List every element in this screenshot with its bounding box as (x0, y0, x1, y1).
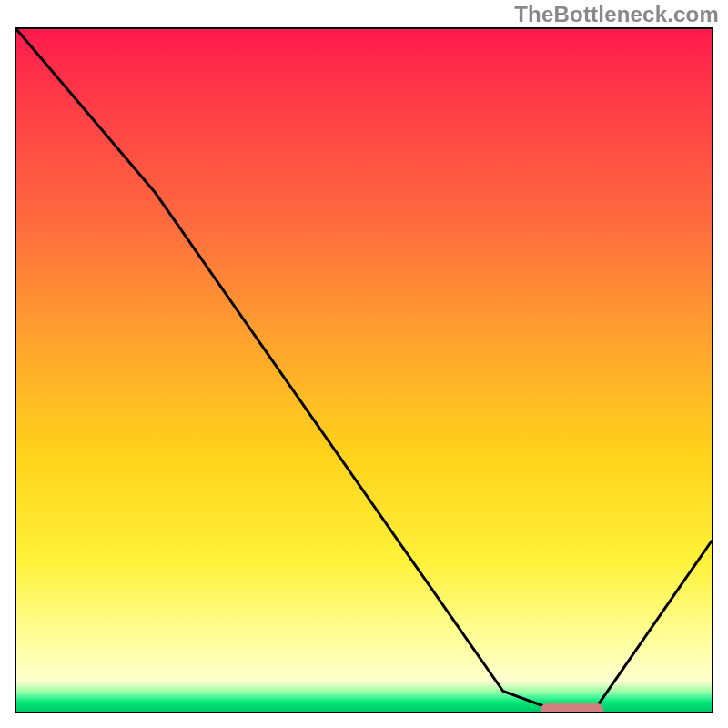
plot-area (15, 27, 713, 713)
watermark-text: TheBottleneck.com (514, 2, 719, 27)
bottleneck-curve-path (16, 29, 712, 712)
curve-layer (16, 29, 712, 712)
optimal-range-marker (541, 703, 603, 713)
bottleneck-chart: TheBottleneck.com (0, 0, 728, 728)
